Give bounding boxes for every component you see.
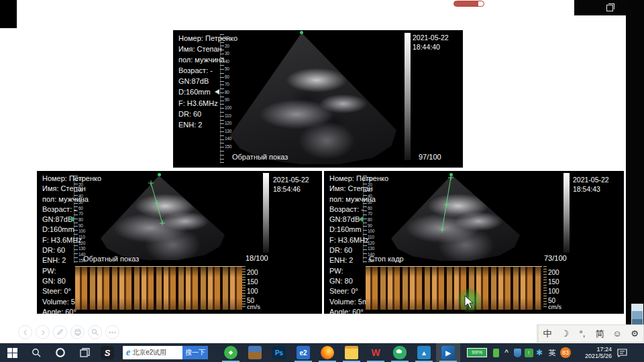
tray-update[interactable]: ↑	[523, 343, 534, 362]
tray-usb-device[interactable]	[490, 343, 501, 362]
depth-label: 40	[78, 194, 83, 198]
ime-half-moon[interactable]: ☽	[556, 328, 574, 339]
depth-label: 10	[225, 36, 229, 40]
zoom-button[interactable]	[88, 325, 102, 339]
tray-show-hidden[interactable]: ^	[501, 343, 512, 362]
depth-ruler	[220, 34, 224, 163]
frame-back-button[interactable]	[18, 325, 32, 339]
ultrasound-fan	[391, 175, 520, 261]
taskbar-app-video-player[interactable]: ▶	[436, 343, 460, 362]
datetime: 2021-05-22 18:44:40	[413, 34, 449, 52]
shield-icon	[514, 349, 521, 357]
velocity-unit: cm/s	[548, 303, 561, 310]
tray-security[interactable]	[512, 343, 523, 362]
tray-snowflake-app[interactable]: ✱	[534, 343, 545, 362]
e2-ultrasound-icon: e2	[297, 346, 310, 359]
edit-button[interactable]	[53, 325, 67, 339]
depth-ruler	[74, 176, 78, 263]
velocity-label: 150	[247, 278, 258, 286]
more-button[interactable]	[105, 325, 119, 339]
wps-office-icon: W	[369, 346, 382, 359]
depth-label: 130	[368, 246, 374, 251]
magnifier-icon	[91, 328, 99, 336]
taskbar-clock[interactable]: 17:24 2021/5/26	[574, 343, 613, 362]
velocity-unit: cm/s	[247, 303, 260, 310]
start-button[interactable]	[1, 343, 23, 362]
datetime: 2021-05-22 18:54:43	[573, 176, 609, 194]
viewer-toolbar	[18, 325, 119, 339]
grayscale-bar	[405, 33, 411, 160]
taskbar-app-wps-office[interactable]: W	[364, 343, 388, 362]
taskbar-app-photos[interactable]: ▲	[412, 343, 436, 362]
depth-label: 20	[225, 43, 229, 48]
print-button[interactable]	[70, 325, 85, 339]
ime-simplified[interactable]: 简	[591, 328, 608, 340]
restore-button[interactable]	[598, 0, 621, 15]
tray-notification-badge[interactable]: 83	[559, 343, 572, 362]
depth-label: 120	[225, 121, 231, 125]
depth-label: 30	[225, 51, 229, 56]
depth-label: 70	[225, 82, 229, 86]
depth-label: 20	[78, 182, 83, 186]
cortana-button[interactable]	[50, 343, 71, 362]
search-icon	[32, 348, 42, 358]
ime-punctuation[interactable]: °,	[574, 328, 591, 339]
battery-indicator[interactable]: 99%	[466, 343, 488, 362]
velocity-label: 100	[247, 288, 258, 295]
task-view-button[interactable]	[74, 343, 95, 362]
search-box-text[interactable]: 北京e2试用	[132, 348, 182, 357]
windows-logo-icon	[7, 348, 17, 358]
restore-icon	[606, 5, 613, 11]
pinwheel-app-button[interactable]: S	[97, 343, 118, 362]
pw-doppler-strip	[366, 266, 542, 310]
taskbar-search-button[interactable]	[25, 343, 47, 362]
taskbar-app-toolbox-app[interactable]	[243, 343, 267, 362]
window-edge	[0, 0, 17, 28]
frame-forward-button[interactable]	[36, 325, 50, 339]
depth-label: 80	[225, 89, 229, 94]
depth-label: 50	[225, 66, 229, 71]
ime-bar: 中☽°,简☺⚙	[537, 324, 644, 343]
depth-label: 10	[78, 176, 83, 181]
depth-ruler	[363, 176, 367, 263]
ime-emoji[interactable]: ☺	[608, 328, 626, 339]
depth-label: 30	[78, 188, 83, 192]
time-text: 18:54:46	[273, 185, 309, 194]
depth-label: 80	[368, 217, 372, 221]
frame-counter: 97/100	[419, 153, 441, 161]
ultrasound-panel-bottom-left[interactable]: Номер: ПетренкоИмя: Степанпол: мужчинаВо…	[37, 171, 322, 314]
taskbar-app-photoshop[interactable]: Ps	[267, 343, 291, 362]
ie-browser-icon: e	[126, 347, 130, 358]
taskbar-app-wechat[interactable]	[388, 343, 412, 362]
probe-orientation-dot	[158, 173, 161, 176]
ellipsis-icon	[109, 331, 116, 334]
datetime: 2021-05-22 18:54:46	[273, 176, 309, 194]
depth-label: 70	[78, 211, 83, 216]
video-player-icon: ▶	[441, 346, 455, 359]
depth-label: 60	[368, 205, 372, 210]
taskbar-search-box[interactable]: e 北京e2试用 搜一下	[123, 346, 208, 359]
ime-lang-chinese[interactable]: 中	[539, 328, 556, 340]
velocity-label: 200	[247, 269, 258, 276]
image-thumbnail[interactable]	[631, 304, 643, 325]
date-text: 2021-05-22	[573, 176, 609, 185]
side-panel-strip	[626, 0, 644, 328]
taskbar-app-green-app[interactable]	[219, 343, 243, 362]
taskbar-app-file-explorer[interactable]	[339, 343, 364, 362]
depth-label: 50	[78, 199, 83, 204]
ultrasound-panel-top[interactable]: Номер: ПетренкоИмя: Степанпол: мужчинаВо…	[173, 30, 463, 168]
chevron-up-icon: ^	[504, 348, 508, 357]
action-center-button[interactable]	[614, 343, 630, 362]
photoshop-icon: Ps	[272, 346, 286, 359]
taskbar-app-e2-ultrasound[interactable]: e2	[291, 343, 315, 362]
mouse-cursor	[464, 295, 475, 310]
ime-settings[interactable]: ⚙	[626, 328, 643, 339]
focus-marker	[215, 89, 219, 95]
search-go-button[interactable]: 搜一下	[182, 346, 208, 359]
depth-label: 20	[368, 182, 372, 186]
ime-language-indicator[interactable]: 英	[546, 343, 558, 362]
taskbar-app-firefox[interactable]	[315, 343, 339, 362]
battery-icon: 99%	[467, 348, 487, 357]
depth-label: 70	[368, 211, 372, 216]
depth-label: 110	[78, 235, 85, 239]
